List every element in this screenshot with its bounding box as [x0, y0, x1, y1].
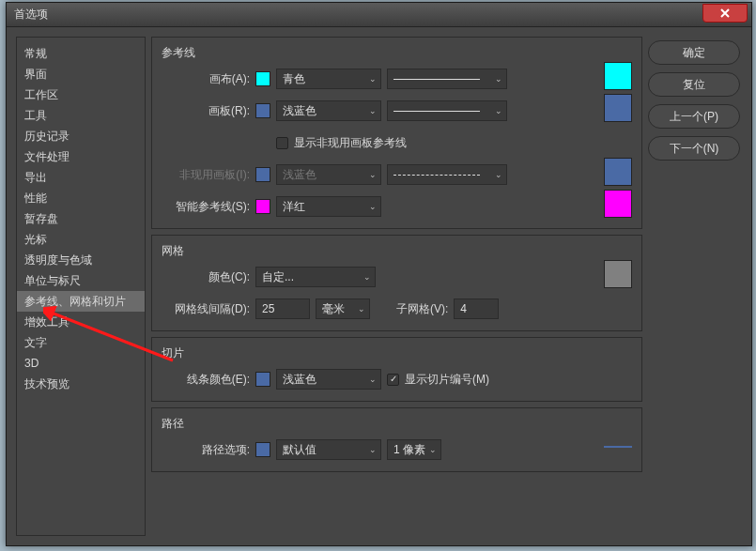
path-width-dropdown[interactable]: 1 像素⌄: [387, 439, 441, 460]
canvas-swatch[interactable]: [604, 62, 632, 90]
guides-legend: 参考线: [162, 45, 593, 61]
grid-unit-dropdown[interactable]: 毫米⌄: [316, 298, 370, 319]
dropdown-value: 自定...: [262, 269, 294, 285]
dropdown-value: 浅蓝色: [283, 167, 316, 183]
dialog-title: 首选项: [14, 7, 48, 23]
close-button[interactable]: [702, 4, 748, 23]
chevron-down-icon: ⌄: [369, 445, 377, 454]
chevron-down-icon: ⌄: [358, 304, 365, 314]
path-preview-swatch: [604, 433, 632, 461]
sidebar-item[interactable]: 工具: [17, 105, 145, 126]
artboard-style-dropdown[interactable]: ⌄: [387, 100, 507, 121]
paths-group: 路径 路径选项: 默认值⌄ 1 像素⌄: [151, 407, 642, 472]
button-column: 确定 复位 上一个(P) 下一个(N): [648, 37, 740, 536]
smart-color-dropdown[interactable]: 洋红⌄: [276, 196, 381, 217]
prev-button[interactable]: 上一个(P): [648, 104, 740, 129]
line-solid-icon: [393, 111, 480, 112]
slices-legend: 切片: [162, 345, 632, 361]
inactive-style-dropdown: ⌄: [387, 164, 507, 185]
dialog-body: 常规界面工作区工具历史记录文件处理导出性能暂存盘光标透明度与色域单位与标尺参考线…: [7, 27, 751, 545]
close-icon: [719, 8, 731, 19]
sidebar-item[interactable]: 导出: [17, 167, 145, 188]
chevron-down-icon: ⌄: [369, 74, 377, 84]
grid-group: 网格 颜色(C): 自定...⌄ 网格线间隔(D): 毫米⌄ 子网格(V):: [151, 235, 642, 331]
show-inactive-checkbox[interactable]: [276, 137, 288, 149]
preferences-dialog: 首选项 常规界面工作区工具历史记录文件处理导出性能暂存盘光标透明度与色域单位与标…: [6, 2, 752, 546]
show-inactive-label[interactable]: 显示非现用画板参考线: [294, 135, 407, 151]
sidebar-item[interactable]: 单位与标尺: [17, 270, 145, 291]
chevron-down-icon: ⌄: [429, 445, 437, 454]
dropdown-value: 青色: [283, 71, 305, 87]
grid-color-label: 颜色(C):: [162, 269, 250, 285]
show-slice-numbers-label[interactable]: 显示切片编号(M): [405, 372, 489, 388]
chevron-down-icon: ⌄: [369, 202, 377, 211]
dropdown-value: 浅蓝色: [283, 103, 316, 119]
sidebar-item[interactable]: 3D: [17, 353, 145, 374]
line-dashed-icon: [393, 175, 480, 176]
sidebar-item[interactable]: 增效工具: [17, 312, 145, 332]
slices-group: 切片 线条颜色(E): 浅蓝色⌄ 显示切片编号(M): [151, 337, 642, 402]
sidebar-item[interactable]: 透明度与色域: [17, 250, 145, 270]
smart-mini-swatch: [255, 199, 270, 214]
artboard-mini-swatch: [255, 103, 270, 118]
path-options-label: 路径选项:: [162, 442, 250, 458]
sidebar-item[interactable]: 工作区: [17, 84, 145, 105]
canvas-color-dropdown[interactable]: 青色⌄: [276, 69, 381, 89]
sidebar-item[interactable]: 历史记录: [17, 126, 145, 146]
smart-swatch[interactable]: [604, 190, 632, 218]
artboard-label: 画板(R):: [162, 103, 250, 119]
inactive-mini-swatch: [255, 167, 270, 182]
chevron-down-icon: ⌄: [369, 106, 377, 115]
subgrid-label: 子网格(V):: [396, 301, 448, 317]
sidebar-item[interactable]: 性能: [17, 188, 145, 208]
show-slice-numbers-checkbox[interactable]: [387, 374, 399, 386]
artboard-swatch[interactable]: [604, 94, 632, 122]
sidebar-item[interactable]: 文件处理: [17, 146, 145, 167]
grid-color-dropdown[interactable]: 自定...⌄: [255, 267, 376, 287]
path-color-dropdown[interactable]: 默认值⌄: [276, 439, 381, 460]
dropdown-value: 毫米: [322, 301, 345, 317]
sidebar: 常规界面工作区工具历史记录文件处理导出性能暂存盘光标透明度与色域单位与标尺参考线…: [16, 37, 146, 536]
sidebar-item[interactable]: 暂存盘: [17, 208, 145, 229]
line-solid-icon: [393, 79, 480, 80]
chevron-down-icon: ⌄: [495, 170, 502, 179]
canvas-mini-swatch: [255, 71, 270, 86]
sidebar-item[interactable]: 光标: [17, 229, 145, 250]
dropdown-value: 1 像素: [393, 442, 425, 458]
chevron-down-icon: ⌄: [369, 170, 377, 179]
chevron-down-icon: ⌄: [363, 272, 371, 282]
subgrid-input[interactable]: [454, 298, 499, 319]
grid-spacing-label: 网格线间隔(D):: [162, 301, 250, 317]
paths-legend: 路径: [162, 416, 593, 432]
ok-button[interactable]: 确定: [648, 40, 740, 65]
chevron-down-icon: ⌄: [495, 74, 502, 84]
sidebar-item[interactable]: 参考线、网格和切片: [17, 291, 145, 312]
slice-color-label: 线条颜色(E):: [162, 372, 250, 388]
grid-legend: 网格: [162, 243, 593, 259]
artboard-color-dropdown[interactable]: 浅蓝色⌄: [276, 100, 381, 121]
dropdown-value: 洋红: [283, 199, 305, 215]
sidebar-item[interactable]: 文字: [17, 332, 145, 353]
grid-swatch[interactable]: [604, 260, 632, 288]
guides-group: 参考线 画布(A): 青色⌄ ⌄ 画板(R): 浅蓝色⌄ ⌄: [151, 37, 642, 229]
path-mini-swatch: [255, 442, 270, 457]
reset-button[interactable]: 复位: [648, 72, 740, 97]
dropdown-value: 默认值: [283, 442, 316, 458]
smart-label: 智能参考线(S):: [162, 199, 250, 215]
sidebar-item[interactable]: 常规: [17, 43, 145, 64]
inactive-color-dropdown: 浅蓝色⌄: [276, 164, 381, 185]
grid-spacing-input[interactable]: [255, 298, 310, 319]
chevron-down-icon: ⌄: [369, 375, 377, 384]
sidebar-item[interactable]: 技术预览: [17, 374, 145, 394]
titlebar: 首选项: [7, 3, 751, 27]
canvas-style-dropdown[interactable]: ⌄: [387, 69, 507, 89]
slice-color-dropdown[interactable]: 浅蓝色⌄: [276, 369, 381, 390]
main-panel: 参考线 画布(A): 青色⌄ ⌄ 画板(R): 浅蓝色⌄ ⌄: [151, 37, 642, 536]
inactive-swatch[interactable]: [604, 158, 632, 186]
next-button[interactable]: 下一个(N): [648, 136, 740, 161]
sidebar-item[interactable]: 界面: [17, 64, 145, 84]
chevron-down-icon: ⌄: [495, 106, 502, 115]
slice-mini-swatch: [255, 372, 270, 387]
canvas-label: 画布(A):: [162, 71, 250, 87]
dropdown-value: 浅蓝色: [283, 372, 316, 388]
